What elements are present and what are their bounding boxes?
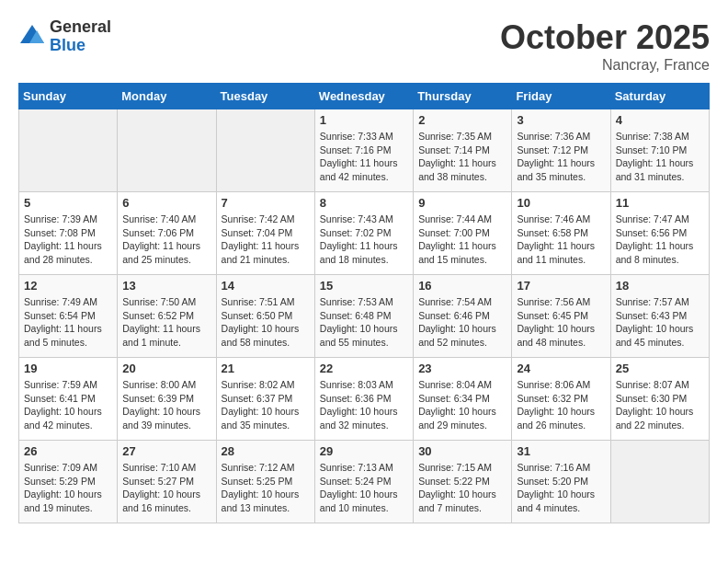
page-header: General Blue October 2025 Nancray, Franc… bbox=[18, 18, 710, 74]
day-info: Sunrise: 7:43 AM Sunset: 7:02 PM Dayligh… bbox=[320, 213, 408, 267]
calendar-cell: 13Sunrise: 7:50 AM Sunset: 6:52 PM Dayli… bbox=[118, 275, 216, 358]
header-friday: Friday bbox=[512, 84, 610, 109]
day-info: Sunrise: 7:56 AM Sunset: 6:45 PM Dayligh… bbox=[517, 295, 605, 350]
day-number: 16 bbox=[418, 279, 506, 293]
day-info: Sunrise: 8:03 AM Sunset: 6:36 PM Dayligh… bbox=[320, 378, 408, 432]
calendar-cell bbox=[19, 109, 118, 192]
day-info: Sunrise: 8:07 AM Sunset: 6:30 PM Dayligh… bbox=[616, 378, 704, 432]
calendar-cell: 24Sunrise: 8:06 AM Sunset: 6:32 PM Dayli… bbox=[512, 358, 610, 441]
day-info: Sunrise: 7:50 AM Sunset: 6:52 PM Dayligh… bbox=[122, 295, 210, 350]
logo-icon bbox=[18, 23, 46, 51]
day-number: 29 bbox=[320, 444, 408, 458]
calendar-cell: 29Sunrise: 7:13 AM Sunset: 5:24 PM Dayli… bbox=[314, 441, 413, 523]
day-info: Sunrise: 7:40 AM Sunset: 7:06 PM Dayligh… bbox=[122, 213, 210, 267]
week-row-5: 26Sunrise: 7:09 AM Sunset: 5:29 PM Dayli… bbox=[19, 441, 710, 523]
calendar-cell: 19Sunrise: 7:59 AM Sunset: 6:41 PM Dayli… bbox=[19, 358, 118, 441]
day-info: Sunrise: 7:39 AM Sunset: 7:08 PM Dayligh… bbox=[24, 213, 112, 267]
day-info: Sunrise: 7:35 AM Sunset: 7:14 PM Dayligh… bbox=[418, 130, 506, 184]
calendar-cell: 25Sunrise: 8:07 AM Sunset: 6:30 PM Dayli… bbox=[610, 358, 709, 441]
day-info: Sunrise: 7:46 AM Sunset: 6:58 PM Dayligh… bbox=[517, 213, 605, 267]
calendar-cell: 20Sunrise: 8:00 AM Sunset: 6:39 PM Dayli… bbox=[118, 358, 216, 441]
calendar-cell: 3Sunrise: 7:36 AM Sunset: 7:12 PM Daylig… bbox=[512, 109, 610, 192]
calendar-cell: 18Sunrise: 7:57 AM Sunset: 6:43 PM Dayli… bbox=[610, 275, 709, 358]
day-info: Sunrise: 7:42 AM Sunset: 7:04 PM Dayligh… bbox=[222, 213, 310, 267]
day-info: Sunrise: 7:57 AM Sunset: 6:43 PM Dayligh… bbox=[616, 295, 704, 350]
day-info: Sunrise: 7:53 AM Sunset: 6:48 PM Dayligh… bbox=[320, 295, 408, 350]
day-info: Sunrise: 7:49 AM Sunset: 6:54 PM Dayligh… bbox=[24, 295, 112, 350]
location: Nancray, France bbox=[500, 57, 710, 74]
day-number: 27 bbox=[122, 444, 210, 458]
calendar-table: SundayMondayTuesdayWednesdayThursdayFrid… bbox=[18, 83, 710, 523]
day-number: 1 bbox=[320, 113, 408, 127]
header-monday: Monday bbox=[118, 84, 216, 109]
week-row-3: 12Sunrise: 7:49 AM Sunset: 6:54 PM Dayli… bbox=[19, 275, 710, 358]
calendar-cell: 8Sunrise: 7:43 AM Sunset: 7:02 PM Daylig… bbox=[314, 192, 413, 275]
calendar-header-row: SundayMondayTuesdayWednesdayThursdayFrid… bbox=[19, 84, 710, 109]
logo-text: General Blue bbox=[50, 18, 111, 55]
calendar-cell: 10Sunrise: 7:46 AM Sunset: 6:58 PM Dayli… bbox=[512, 192, 610, 275]
month-title: October 2025 bbox=[500, 18, 710, 57]
calendar-cell: 27Sunrise: 7:10 AM Sunset: 5:27 PM Dayli… bbox=[118, 441, 216, 523]
day-number: 13 bbox=[122, 279, 210, 293]
calendar-cell: 15Sunrise: 7:53 AM Sunset: 6:48 PM Dayli… bbox=[314, 275, 413, 358]
day-number: 12 bbox=[24, 279, 112, 293]
day-info: Sunrise: 7:36 AM Sunset: 7:12 PM Dayligh… bbox=[517, 130, 605, 184]
header-thursday: Thursday bbox=[414, 84, 512, 109]
day-info: Sunrise: 8:02 AM Sunset: 6:37 PM Dayligh… bbox=[222, 378, 310, 432]
day-info: Sunrise: 7:47 AM Sunset: 6:56 PM Dayligh… bbox=[616, 213, 704, 267]
day-number: 6 bbox=[122, 196, 210, 210]
day-number: 31 bbox=[517, 444, 605, 458]
day-info: Sunrise: 7:15 AM Sunset: 5:22 PM Dayligh… bbox=[418, 461, 506, 515]
calendar-cell: 28Sunrise: 7:12 AM Sunset: 5:25 PM Dayli… bbox=[216, 441, 314, 523]
day-number: 17 bbox=[517, 279, 605, 293]
day-number: 19 bbox=[24, 362, 112, 375]
calendar-cell: 7Sunrise: 7:42 AM Sunset: 7:04 PM Daylig… bbox=[216, 192, 314, 275]
calendar-cell: 4Sunrise: 7:38 AM Sunset: 7:10 PM Daylig… bbox=[610, 109, 709, 192]
calendar-cell: 26Sunrise: 7:09 AM Sunset: 5:29 PM Dayli… bbox=[19, 441, 118, 523]
day-info: Sunrise: 7:12 AM Sunset: 5:25 PM Dayligh… bbox=[222, 461, 310, 515]
day-number: 25 bbox=[616, 362, 704, 375]
day-number: 11 bbox=[616, 196, 704, 210]
calendar-cell: 1Sunrise: 7:33 AM Sunset: 7:16 PM Daylig… bbox=[314, 109, 413, 192]
day-info: Sunrise: 7:10 AM Sunset: 5:27 PM Dayligh… bbox=[122, 461, 210, 515]
logo-general: General bbox=[50, 18, 111, 37]
day-info: Sunrise: 7:09 AM Sunset: 5:29 PM Dayligh… bbox=[24, 461, 112, 515]
calendar-cell bbox=[610, 441, 709, 523]
calendar-cell: 16Sunrise: 7:54 AM Sunset: 6:46 PM Dayli… bbox=[414, 275, 512, 358]
header-saturday: Saturday bbox=[610, 84, 709, 109]
day-info: Sunrise: 7:59 AM Sunset: 6:41 PM Dayligh… bbox=[24, 378, 112, 432]
day-info: Sunrise: 7:51 AM Sunset: 6:50 PM Dayligh… bbox=[222, 295, 310, 350]
calendar-cell: 31Sunrise: 7:16 AM Sunset: 5:20 PM Dayli… bbox=[512, 441, 610, 523]
day-info: Sunrise: 7:16 AM Sunset: 5:20 PM Dayligh… bbox=[517, 461, 605, 515]
day-number: 14 bbox=[222, 279, 310, 293]
day-number: 21 bbox=[222, 362, 310, 375]
calendar-cell: 17Sunrise: 7:56 AM Sunset: 6:45 PM Dayli… bbox=[512, 275, 610, 358]
calendar-cell: 11Sunrise: 7:47 AM Sunset: 6:56 PM Dayli… bbox=[610, 192, 709, 275]
calendar-cell: 22Sunrise: 8:03 AM Sunset: 6:36 PM Dayli… bbox=[314, 358, 413, 441]
calendar-cell bbox=[118, 109, 216, 192]
day-number: 10 bbox=[517, 196, 605, 210]
calendar-body: 1Sunrise: 7:33 AM Sunset: 7:16 PM Daylig… bbox=[19, 109, 710, 523]
calendar-cell: 14Sunrise: 7:51 AM Sunset: 6:50 PM Dayli… bbox=[216, 275, 314, 358]
day-number: 2 bbox=[418, 113, 506, 127]
logo-blue: Blue bbox=[50, 37, 111, 55]
day-info: Sunrise: 8:00 AM Sunset: 6:39 PM Dayligh… bbox=[122, 378, 210, 432]
day-number: 23 bbox=[418, 362, 506, 375]
calendar-cell: 5Sunrise: 7:39 AM Sunset: 7:08 PM Daylig… bbox=[19, 192, 118, 275]
day-info: Sunrise: 7:38 AM Sunset: 7:10 PM Dayligh… bbox=[616, 130, 704, 184]
day-number: 24 bbox=[517, 362, 605, 375]
calendar-cell: 6Sunrise: 7:40 AM Sunset: 7:06 PM Daylig… bbox=[118, 192, 216, 275]
calendar-cell: 23Sunrise: 8:04 AM Sunset: 6:34 PM Dayli… bbox=[414, 358, 512, 441]
calendar-cell: 9Sunrise: 7:44 AM Sunset: 7:00 PM Daylig… bbox=[414, 192, 512, 275]
day-number: 20 bbox=[122, 362, 210, 375]
day-number: 8 bbox=[320, 196, 408, 210]
day-number: 30 bbox=[418, 444, 506, 458]
day-number: 4 bbox=[616, 113, 704, 127]
calendar-cell bbox=[216, 109, 314, 192]
day-info: Sunrise: 7:54 AM Sunset: 6:46 PM Dayligh… bbox=[418, 295, 506, 350]
day-info: Sunrise: 7:44 AM Sunset: 7:00 PM Dayligh… bbox=[418, 213, 506, 267]
calendar-cell: 30Sunrise: 7:15 AM Sunset: 5:22 PM Dayli… bbox=[414, 441, 512, 523]
calendar-cell: 21Sunrise: 8:02 AM Sunset: 6:37 PM Dayli… bbox=[216, 358, 314, 441]
title-block: October 2025 Nancray, France bbox=[500, 18, 710, 74]
day-info: Sunrise: 8:06 AM Sunset: 6:32 PM Dayligh… bbox=[517, 378, 605, 432]
